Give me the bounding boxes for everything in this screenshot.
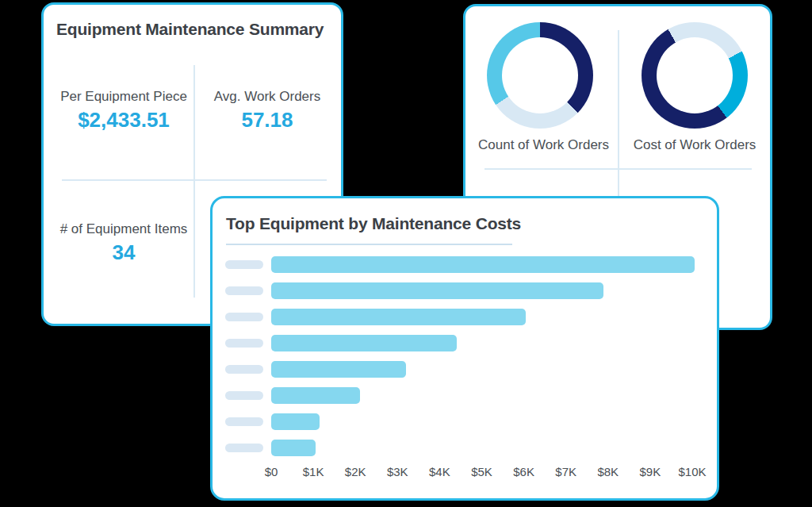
bar-category-pill (225, 313, 263, 321)
bar-category-pill (225, 365, 263, 374)
bar-category-pill (225, 391, 263, 400)
bar-category-pill (225, 444, 263, 452)
x-axis-tick-label: $6K (504, 466, 544, 478)
x-axis-tick-label: $10K (672, 466, 712, 478)
metric-label: Avg. Work Orders (200, 89, 335, 105)
metric-avg-work-orders: Avg. Work Orders 57.18 (200, 89, 335, 131)
count-of-work-orders-donut-chart (487, 22, 593, 129)
bar (271, 256, 695, 273)
x-axis-tick-label: $9K (630, 466, 670, 478)
x-axis-tick-label: $4K (419, 466, 459, 478)
x-axis-tick-label: $0 (251, 466, 291, 478)
metric-value: 34 (54, 241, 193, 263)
metric-value: 57.18 (200, 109, 335, 131)
summary-card-title: Equipment Maintenance Summary (56, 20, 324, 39)
cost-of-work-orders-label: Cost of Work Orders (619, 137, 770, 153)
bar (271, 282, 603, 299)
bar (271, 309, 526, 325)
donut-hole (502, 37, 578, 113)
donut-card-horizontal-divider (485, 168, 752, 170)
bar-card-title: Top Equipment by Maintenance Costs (226, 214, 521, 233)
metric-per-equipment-piece: Per Equipment Piece $2,433.51 (54, 89, 193, 131)
bar-category-pill (225, 260, 263, 269)
x-axis-tick-label: $1K (293, 466, 333, 478)
bar-category-pill (225, 339, 263, 348)
bar-category-pill (225, 286, 263, 295)
metric-value: $2,433.51 (54, 109, 193, 131)
bar (271, 440, 316, 456)
metric-label: Per Equipment Piece (54, 89, 193, 105)
top-equipment-bar-chart-card: Top Equipment by Maintenance Costs $0$1K… (210, 196, 719, 501)
x-axis-tick-label: $8K (588, 466, 628, 478)
bar-category-pill (225, 417, 263, 426)
summary-horizontal-divider (62, 179, 327, 181)
bar (271, 413, 320, 430)
x-axis-tick-label: $5K (462, 466, 502, 478)
count-of-work-orders-label: Count of Work Orders (468, 137, 619, 153)
bar (271, 335, 457, 351)
donut-hole (657, 37, 733, 113)
metric-label: # of Equipment Items (54, 221, 193, 237)
x-axis-tick-label: $3K (377, 466, 417, 478)
cost-of-work-orders-donut-chart (642, 22, 748, 129)
x-axis-tick-label: $2K (335, 466, 375, 478)
bar (271, 387, 360, 404)
dashboard-canvas: Equipment Maintenance Summary Per Equipm… (0, 0, 812, 507)
summary-vertical-divider (193, 65, 195, 298)
donut-card-vertical-divider (618, 30, 619, 197)
bar (271, 361, 406, 378)
x-axis-tick-label: $7K (546, 466, 586, 478)
title-underline (226, 244, 512, 245)
metric-number-of-equipment-items: # of Equipment Items 34 (54, 221, 193, 263)
